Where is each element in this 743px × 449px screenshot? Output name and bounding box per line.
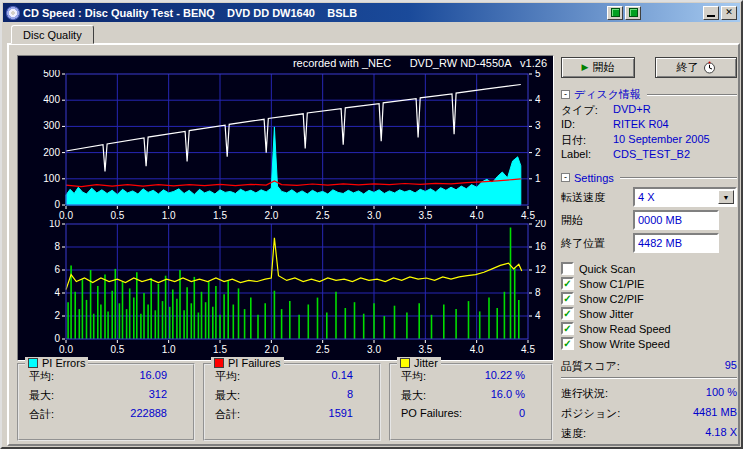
speed-label: 速度: [561,426,586,439]
svg-text:2.5: 2.5 [316,344,330,355]
section-divider [647,94,737,96]
svg-text:0.5: 0.5 [110,210,124,220]
svg-text:2.5: 2.5 [316,210,330,220]
position-value: 4481 MB [693,406,737,419]
stat-value: 312 [149,388,167,403]
progress-row: 進行状況: 100 % [561,386,737,399]
app-window: CD Speed : Disc Quality Test - BENQ DVD … [0,0,743,449]
settings-title: Settings [574,172,614,184]
checkbox-show-write-speed[interactable]: ✓ Show Write Speed [561,336,737,351]
checkbox-label: Show Jitter [579,308,633,320]
pif-color-swatch [214,358,224,368]
minimize-icon [707,15,715,17]
svg-text:3.5: 3.5 [418,210,432,220]
svg-text:0: 0 [54,199,60,210]
svg-text:3.5: 3.5 [418,344,432,355]
window-title: CD Speed : Disc Quality Test - BENQ DVD … [23,7,357,19]
box-title: Jitter [414,357,438,369]
tab-disc-quality[interactable]: Disc Quality [11,25,94,44]
svg-text:4: 4 [535,310,541,321]
titlebar-plugin-icon-2[interactable] [625,6,641,20]
stat-row: 最大: 16.0 % [391,388,551,403]
info-label: Label: [561,148,613,161]
collapse-icon[interactable]: - [561,90,570,99]
jitter-color-swatch [400,358,410,368]
stat-row: 合計: 222888 [19,407,193,422]
stat-label: 最大: [29,388,54,403]
info-label: タイプ: [561,103,613,116]
start-position-input[interactable] [633,210,719,230]
app-icon [6,6,20,20]
stat-row: 平均: 16.09 [19,369,193,384]
stat-row: 最大: 312 [19,388,193,403]
checkbox-show-read-speed[interactable]: ✓ Show Read Speed [561,321,737,336]
svg-text:1.0: 1.0 [162,344,176,355]
svg-text:20: 20 [535,220,547,229]
stat-label: 平均: [29,369,54,384]
titlebar-buttons: ✕ [607,6,737,20]
start-button[interactable]: ▶ 開始 [561,57,635,78]
checkbox-icon: ✓ [561,322,574,335]
stat-value: 10.22 % [485,369,525,384]
jitter-legend: Jitter [397,357,441,369]
box-title: PI Failures [228,357,281,369]
svg-text:4.0: 4.0 [470,344,484,355]
transfer-rate-select[interactable]: 4 X ▼ [633,187,737,207]
pi-errors-legend: PI Errors [25,357,88,369]
chart-panel: recorded with _NEC DVD_RW ND-4550A v1.26… [17,55,554,361]
stat-value: 0 [519,407,525,422]
svg-text:0.0: 0.0 [59,210,73,220]
minimize-button[interactable] [703,6,719,20]
checkbox-show-jitter[interactable]: ✓ Show Jitter [561,306,737,321]
pi-errors-box: PI Errors 平均: 16.09 最大: 312 合計: 222888 [17,363,195,441]
checkbox-show-c1-pie[interactable]: ✓ Show C1/PIE [561,276,737,291]
speed-value: 4.18 X [705,426,737,439]
checkbox-group: Quick Scan ✓ Show C1/PIE ✓ Show C2/PIF ✓… [561,261,737,351]
separator [561,377,737,379]
svg-text:4.5: 4.5 [521,210,535,220]
action-buttons: ▶ 開始 終了 [561,57,737,78]
stat-label: 平均: [215,369,240,384]
stat-row: 合計: 1591 [205,407,379,422]
titlebar-plugin-icon-1[interactable] [607,6,623,20]
end-position-input[interactable] [633,233,719,253]
info-value: DVD+R [613,103,651,116]
svg-text:4.0: 4.0 [470,210,484,220]
stat-label: 平均: [401,369,426,384]
start-icon: ▶ [582,63,589,72]
titlebar[interactable]: CD Speed : Disc Quality Test - BENQ DVD … [3,3,740,22]
svg-text:2: 2 [54,310,60,321]
checkbox-show-c2-pif[interactable]: ✓ Show C2/PIF [561,291,737,306]
stat-value: 222888 [130,407,167,422]
pi-failures-legend: PI Failures [211,357,284,369]
info-value: RITEK R04 [613,118,669,131]
svg-text:1: 1 [535,173,541,184]
quality-score-row: 品質スコア: 95 [561,359,737,372]
recorded-with-note: recorded with _NEC DVD_RW ND-4550A v1.26 [293,57,547,69]
collapse-icon[interactable]: - [561,173,570,182]
checkbox-quick-scan[interactable]: Quick Scan [561,261,737,276]
checkbox-label: Quick Scan [579,263,635,275]
exit-button[interactable]: 終了 [655,57,737,78]
tab-label: Disc Quality [23,29,82,41]
svg-text:1.0: 1.0 [162,210,176,220]
stat-value: 16.0 % [491,388,525,403]
dropdown-arrow-icon[interactable]: ▼ [718,190,734,204]
svg-text:2: 2 [535,147,541,158]
stat-value: 8 [347,388,353,403]
svg-text:4: 4 [535,94,541,105]
pie-speed-chart: 0100200300400500123450.00.51.01.52.02.53… [18,70,553,220]
disc-label-row: Label: CDS_TEST_B2 [561,148,737,161]
svg-text:0.5: 0.5 [110,344,124,355]
info-label: ID: [561,118,613,131]
close-button[interactable]: ✕ [721,6,737,20]
checkbox-label: Show C1/PIE [579,278,644,290]
exit-button-label: 終了 [677,60,699,75]
svg-text:0: 0 [54,333,60,344]
svg-text:4.5: 4.5 [521,344,535,355]
position-row: ポジション: 4481 MB [561,406,737,419]
svg-text:100: 100 [43,173,60,184]
green-square-icon [629,8,638,17]
svg-text:3.0: 3.0 [367,210,381,220]
svg-text:200: 200 [43,147,60,158]
